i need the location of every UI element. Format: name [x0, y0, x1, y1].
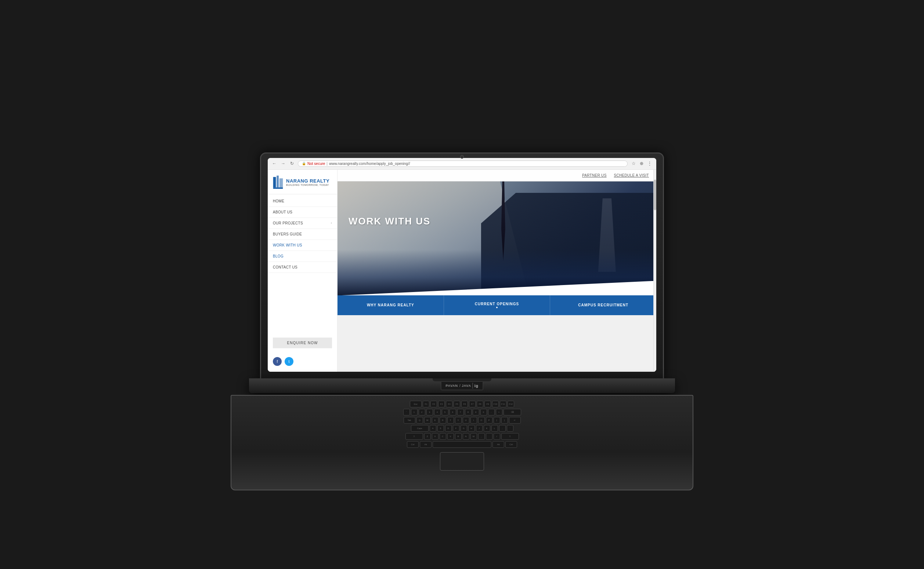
key-e[interactable]: E	[432, 417, 439, 423]
user-icon[interactable]: ⊕	[639, 161, 644, 166]
key-q[interactable]: Q	[416, 417, 423, 423]
key-esc[interactable]: Esc	[410, 401, 422, 408]
forward-button[interactable]: →	[280, 161, 286, 166]
key-enter[interactable]: ↵	[509, 417, 521, 423]
key-w[interactable]: W	[424, 417, 431, 423]
key-p[interactable]: P	[486, 417, 492, 423]
key-f3[interactable]: F3	[438, 401, 445, 408]
key-4[interactable]: 4	[434, 409, 441, 415]
key-u[interactable]: U	[463, 417, 470, 423]
key-ctrl-right[interactable]: Ctrl	[505, 441, 517, 448]
nav-item-projects[interactable]: OUR PROJECTS ›	[268, 218, 337, 229]
key-f8[interactable]: F8	[477, 401, 483, 408]
key-t[interactable]: T	[447, 417, 454, 423]
key-f12[interactable]: F12	[508, 401, 514, 408]
key-i[interactable]: I	[470, 417, 477, 423]
key-n[interactable]: N	[463, 433, 470, 440]
key-tab[interactable]: Tab	[404, 417, 415, 423]
key-backspace[interactable]: ⌫	[503, 409, 521, 415]
facebook-button[interactable]: f	[273, 357, 282, 366]
key-6[interactable]: 6	[450, 409, 456, 415]
key-ctrl[interactable]: Ctrl	[407, 441, 419, 448]
bookmark-icon[interactable]: ☆	[631, 161, 637, 166]
key-g[interactable]: G	[460, 425, 467, 432]
key-x[interactable]: X	[432, 433, 439, 440]
key-8[interactable]: 8	[465, 409, 471, 415]
tab-current-openings[interactable]: CURRENT OPENINGS	[444, 295, 550, 315]
key-comma[interactable]: ,	[478, 433, 485, 440]
key-semicolon[interactable]: ;	[499, 425, 506, 432]
keyboard-keys: Esc F1 F2 F3 F4 F5 F6 F7 F8 F9 F10 F11 F…	[231, 396, 693, 451]
svg-rect-0	[273, 177, 276, 187]
key-h[interactable]: H	[468, 425, 475, 432]
key-f11[interactable]: F11	[500, 401, 506, 408]
key-9[interactable]: 9	[473, 409, 479, 415]
key-y[interactable]: Y	[455, 417, 462, 423]
key-r[interactable]: R	[439, 417, 446, 423]
scrollbar-track[interactable]	[653, 170, 656, 372]
key-k[interactable]: K	[484, 425, 490, 432]
key-f[interactable]: F	[453, 425, 459, 432]
key-period[interactable]: .	[486, 433, 492, 440]
key-backtick[interactable]: `	[403, 409, 410, 415]
nav-item-work[interactable]: WORK WITH US	[268, 240, 337, 251]
key-0[interactable]: 0	[480, 409, 487, 415]
key-o[interactable]: O	[478, 417, 485, 423]
scrollbar-thumb[interactable]	[654, 180, 656, 210]
key-equals[interactable]: =	[496, 409, 502, 415]
schedule-visit-link[interactable]: SCHEDULE A VISIT	[614, 173, 649, 177]
key-d[interactable]: D	[445, 425, 452, 432]
key-space[interactable]	[433, 441, 491, 448]
key-3[interactable]: 3	[426, 409, 433, 415]
refresh-button[interactable]: ↻	[289, 161, 295, 166]
key-shift-right[interactable]: ⇧	[501, 433, 519, 440]
key-1[interactable]: 1	[411, 409, 418, 415]
address-bar[interactable]: 🔒 Not secure | www.narangrealty.com/home…	[298, 161, 628, 167]
key-z[interactable]: Z	[424, 433, 431, 440]
tab-why-narang[interactable]: WHY NARANG REALTY	[337, 295, 444, 315]
key-5[interactable]: 5	[442, 409, 448, 415]
enquire-button[interactable]: ENQUIRE NOW	[273, 338, 332, 348]
security-lock-icon: 🔒	[302, 161, 306, 165]
touchpad[interactable]	[440, 452, 484, 470]
tab-campus-recruitment[interactable]: CAMPUS RECRUITMENT	[550, 295, 656, 315]
nav-item-home[interactable]: HOME	[268, 196, 337, 207]
key-m[interactable]: M	[470, 433, 477, 440]
key-b[interactable]: B	[455, 433, 462, 440]
key-2[interactable]: 2	[419, 409, 425, 415]
key-shift-left[interactable]: ⇧	[406, 433, 423, 440]
partner-us-link[interactable]: PARTNER US	[582, 173, 607, 177]
back-button[interactable]: ←	[271, 161, 277, 166]
key-j[interactable]: J	[476, 425, 483, 432]
key-c[interactable]: C	[439, 433, 446, 440]
key-f9[interactable]: F9	[485, 401, 491, 408]
nav-item-buyers[interactable]: BUYERS GUIDE	[268, 229, 337, 240]
twitter-button[interactable]: t	[285, 357, 293, 366]
key-f10[interactable]: F10	[492, 401, 499, 408]
key-alt-gr[interactable]: Alt	[492, 441, 504, 448]
nav-item-contact[interactable]: CONTACT US	[268, 262, 337, 273]
key-f2[interactable]: F2	[430, 401, 437, 408]
key-a[interactable]: A	[430, 425, 436, 432]
key-f7[interactable]: F7	[469, 401, 476, 408]
key-f6[interactable]: F6	[461, 401, 468, 408]
key-lbracket[interactable]: [	[494, 417, 500, 423]
key-alt[interactable]: Alt	[420, 441, 432, 448]
key-v[interactable]: V	[447, 433, 454, 440]
key-f4[interactable]: F4	[446, 401, 453, 408]
key-slash[interactable]: /	[494, 433, 500, 440]
key-rbracket[interactable]: ]	[501, 417, 508, 423]
key-f1[interactable]: F1	[423, 401, 429, 408]
menu-icon[interactable]: ⋮	[647, 161, 653, 166]
key-quote[interactable]: '	[507, 425, 514, 432]
key-f5[interactable]: F5	[454, 401, 460, 408]
tab-dot-indicator	[496, 307, 498, 308]
hero-banner: WORK WITH US	[337, 181, 656, 295]
key-s[interactable]: S	[438, 425, 444, 432]
key-capslock[interactable]: Caps	[411, 425, 429, 432]
key-l[interactable]: L	[491, 425, 498, 432]
key-7[interactable]: 7	[457, 409, 464, 415]
key-minus[interactable]: -	[488, 409, 495, 415]
nav-item-blog[interactable]: BLOG	[268, 251, 337, 262]
nav-item-about[interactable]: ABOUT US	[268, 207, 337, 218]
